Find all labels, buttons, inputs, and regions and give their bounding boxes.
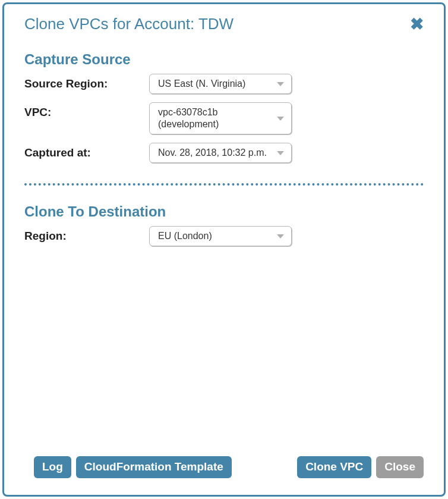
clone-destination-heading: Clone To Destination xyxy=(24,203,424,220)
modal-header: Clone VPCs for Account: TDW ✖ xyxy=(4,4,444,33)
captured-at-label: Captured at: xyxy=(24,143,149,159)
modal-body: Capture Source Source Region: US East (N… xyxy=(4,33,444,456)
source-region-row: Source Region: US East (N. Virginia) xyxy=(24,74,424,94)
chevron-down-icon xyxy=(277,234,284,238)
source-region-value: US East (N. Virginia) xyxy=(158,78,245,90)
log-button[interactable]: Log xyxy=(34,456,71,478)
destination-region-row: Region: EU (London) xyxy=(24,226,424,246)
source-region-label: Source Region: xyxy=(24,74,149,90)
close-button[interactable]: Close xyxy=(376,456,424,478)
capture-source-heading: Capture Source xyxy=(24,51,424,68)
cloudformation-template-button[interactable]: CloudFormation Template xyxy=(76,456,232,478)
footer-left-buttons: Log CloudFormation Template xyxy=(34,456,232,478)
vpc-row: VPC: vpc-63078c1b (development) xyxy=(24,102,424,134)
destination-region-value: EU (London) xyxy=(158,230,212,242)
captured-at-select[interactable]: Nov. 28, 2018, 10:32 p.m. xyxy=(149,143,292,163)
captured-at-row: Captured at: Nov. 28, 2018, 10:32 p.m. xyxy=(24,143,424,163)
chevron-down-icon xyxy=(277,82,284,86)
captured-at-value: Nov. 28, 2018, 10:32 p.m. xyxy=(158,147,267,159)
clone-vpc-modal: Clone VPCs for Account: TDW ✖ Capture So… xyxy=(2,2,446,497)
clone-vpc-button[interactable]: Clone VPC xyxy=(297,456,371,478)
footer-right-buttons: Clone VPC Close xyxy=(297,456,424,478)
chevron-down-icon xyxy=(277,151,284,155)
section-divider xyxy=(24,183,424,186)
modal-title: Clone VPCs for Account: TDW xyxy=(24,15,234,33)
modal-footer: Log CloudFormation Template Clone VPC Cl… xyxy=(4,456,444,495)
destination-region-label: Region: xyxy=(24,226,149,243)
close-icon[interactable]: ✖ xyxy=(410,16,424,33)
destination-region-select[interactable]: EU (London) xyxy=(149,226,292,246)
source-region-select[interactable]: US East (N. Virginia) xyxy=(149,74,292,94)
vpc-label: VPC: xyxy=(24,102,149,119)
chevron-down-icon xyxy=(277,117,284,121)
vpc-select[interactable]: vpc-63078c1b (development) xyxy=(149,102,292,134)
vpc-value: vpc-63078c1b (development) xyxy=(158,106,271,130)
